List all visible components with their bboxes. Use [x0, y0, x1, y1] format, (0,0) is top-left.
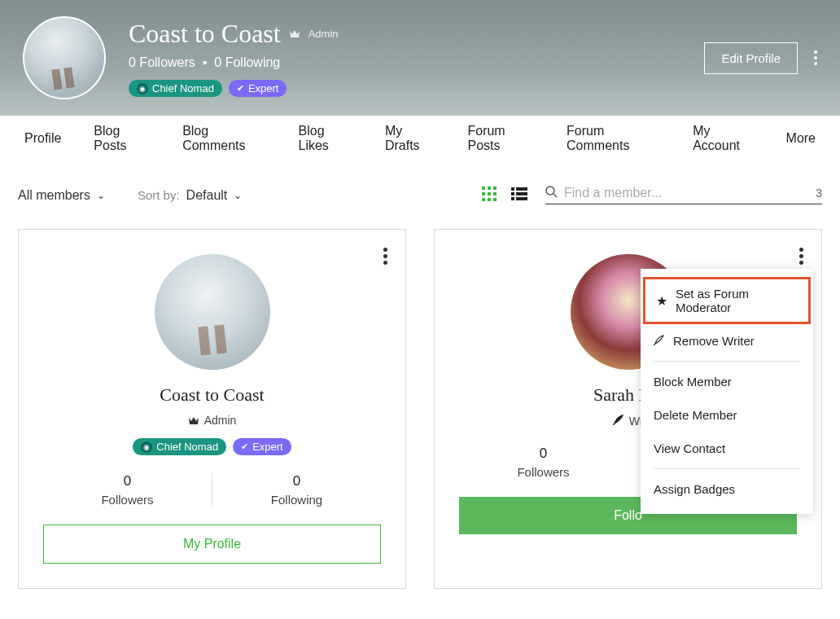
check-icon: ✔ — [237, 83, 244, 94]
member-role: Admin — [43, 414, 381, 427]
tab-more[interactable]: More — [786, 131, 816, 146]
result-count: 3 — [816, 187, 822, 200]
badge-label: Chief Nomad — [152, 82, 214, 94]
tab-my-drafts[interactable]: My Drafts — [385, 124, 435, 153]
card-options-menu: ★ Set as Forum Moderator Remove Writer B… — [641, 269, 813, 514]
crown-icon — [289, 29, 300, 38]
tab-forum-comments[interactable]: Forum Comments — [567, 124, 660, 153]
crown-icon — [188, 416, 199, 425]
role-label: Admin — [308, 28, 339, 40]
menu-label: Set as Forum Moderator — [676, 287, 798, 314]
svg-rect-3 — [482, 192, 485, 195]
card-options-icon[interactable] — [383, 248, 387, 265]
chevron-down-icon: ⌄ — [97, 190, 105, 201]
my-profile-button[interactable]: My Profile — [43, 525, 381, 564]
tab-blog-posts[interactable]: Blog Posts — [94, 124, 150, 153]
badge-chief-nomad: ◉ Chief Nomad — [129, 80, 222, 97]
more-options-icon[interactable] — [814, 50, 817, 65]
member-badges: ◉ Chief Nomad ✔ Expert — [43, 438, 381, 455]
following-count: 0 — [214, 55, 221, 69]
member-avatar[interactable] — [155, 254, 270, 370]
sortby: Sort by: Default ⌄ — [138, 188, 242, 203]
svg-point-15 — [546, 187, 554, 195]
member-cards: Coast to Coast Admin ◉ Chief Nomad ✔ Exp… — [18, 229, 822, 589]
list-view-icon[interactable] — [511, 187, 527, 204]
feather-icon — [613, 414, 624, 428]
badge-label: Chief Nomad — [156, 441, 218, 453]
menu-set-moderator[interactable]: ★ Set as Forum Moderator — [643, 277, 811, 324]
tab-profile[interactable]: Profile — [24, 131, 61, 146]
menu-remove-writer[interactable]: Remove Writer — [641, 324, 813, 358]
filter-dropdown[interactable]: All members ⌄ — [18, 188, 105, 203]
svg-rect-13 — [511, 197, 514, 200]
role-text: Admin — [204, 414, 237, 427]
stat-label: Followers — [43, 493, 212, 507]
tabs-bar: Profile Blog Posts Blog Comments Blog Li… — [0, 116, 840, 161]
profile-info: Coast to Coast Admin 0 Followers ▪ 0 Fol… — [129, 19, 704, 97]
feather-icon — [654, 334, 665, 348]
search-input[interactable] — [564, 186, 816, 200]
check-icon: ✔ — [241, 441, 248, 452]
menu-assign-badges[interactable]: Assign Badges — [641, 472, 813, 506]
globe-icon: ◉ — [137, 83, 148, 94]
svg-rect-7 — [488, 198, 491, 201]
svg-rect-0 — [482, 187, 485, 190]
svg-rect-11 — [511, 192, 514, 195]
tab-my-account[interactable]: My Account — [693, 124, 753, 153]
svg-line-16 — [553, 194, 557, 197]
badge-label: Expert — [252, 441, 283, 453]
menu-view-contact[interactable]: View Contact — [641, 432, 813, 465]
content-area: All members ⌄ Sort by: Default ⌄ 3 — [0, 161, 840, 613]
menu-label: Block Member — [654, 375, 732, 389]
svg-rect-5 — [493, 192, 497, 195]
tab-blog-likes[interactable]: Blog Likes — [299, 124, 352, 153]
menu-separator — [654, 361, 800, 362]
svg-rect-6 — [482, 198, 485, 201]
star-icon: ★ — [656, 293, 667, 309]
sortby-label: Sort by: — [138, 188, 180, 202]
card-options-icon[interactable] — [799, 248, 803, 265]
controls-row: All members ⌄ Sort by: Default ⌄ 3 — [18, 186, 822, 204]
header-actions: Edit Profile — [704, 42, 817, 74]
following-stat[interactable]: 0 Following — [212, 473, 381, 507]
filter-label: All members — [18, 188, 90, 203]
stat-label: Followers — [459, 465, 628, 479]
profile-badges: ◉ Chief Nomad ✔ Expert — [129, 80, 704, 97]
stat-label: Following — [212, 493, 381, 507]
search-box[interactable]: 3 — [545, 186, 822, 204]
followers-stat[interactable]: 0 Followers — [43, 473, 212, 507]
grid-view-icon[interactable] — [482, 187, 497, 204]
chevron-down-icon: ⌄ — [234, 190, 242, 201]
member-card: Coast to Coast Admin ◉ Chief Nomad ✔ Exp… — [18, 229, 406, 589]
followers-count: 0 — [129, 55, 136, 69]
menu-block-member[interactable]: Block Member — [641, 365, 813, 398]
svg-rect-14 — [516, 197, 527, 200]
menu-label: Remove Writer — [673, 334, 755, 348]
menu-label: Delete Member — [654, 408, 737, 422]
svg-rect-8 — [493, 198, 497, 201]
svg-rect-9 — [511, 187, 514, 191]
tab-blog-comments[interactable]: Blog Comments — [182, 124, 265, 153]
badge-expert: ✔ Expert — [233, 438, 291, 455]
menu-label: Assign Badges — [654, 482, 735, 496]
profile-title: Coast to Coast — [129, 19, 281, 49]
stat-number: 0 — [212, 473, 381, 489]
svg-rect-12 — [516, 192, 527, 195]
badge-expert: ✔ Expert — [229, 80, 287, 97]
sortby-value: Default — [186, 188, 228, 203]
sortby-dropdown[interactable]: Default ⌄ — [186, 188, 243, 203]
badge-label: Expert — [248, 82, 279, 94]
menu-separator — [654, 468, 800, 469]
menu-delete-member[interactable]: Delete Member — [641, 398, 813, 432]
svg-rect-1 — [488, 187, 491, 190]
profile-stats: 0 Followers ▪ 0 Following — [129, 55, 704, 70]
edit-profile-button[interactable]: Edit Profile — [704, 42, 798, 74]
svg-rect-2 — [493, 187, 497, 190]
profile-header: Coast to Coast Admin 0 Followers ▪ 0 Fol… — [0, 0, 840, 116]
svg-rect-4 — [488, 192, 491, 195]
following-label: Following — [225, 55, 281, 69]
profile-avatar[interactable] — [23, 16, 106, 99]
search-icon — [545, 186, 558, 200]
followers-stat[interactable]: 0 Followers — [459, 446, 628, 479]
tab-forum-posts[interactable]: Forum Posts — [467, 124, 534, 153]
